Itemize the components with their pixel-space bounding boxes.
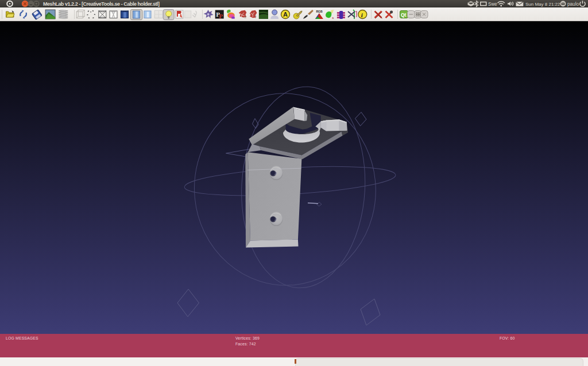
svg-text:A: A xyxy=(283,11,288,18)
svg-text:s: s xyxy=(332,16,334,20)
svg-text:MeshLab v1.2.2 - [CreativeTool: MeshLab v1.2.2 - [CreativeTools.se - Cab… xyxy=(43,1,160,7)
svg-text:Sun May 8 21:22: Sun May 8 21:22 xyxy=(525,2,560,7)
svg-text:paulo: paulo xyxy=(567,2,579,7)
svg-text:Swe: Swe xyxy=(488,2,497,7)
svg-text:?: ? xyxy=(254,15,257,19)
svg-text:P: P xyxy=(219,13,223,20)
svg-text:RGB: RGB xyxy=(316,10,323,13)
svg-text:Qt: Qt xyxy=(401,12,407,18)
